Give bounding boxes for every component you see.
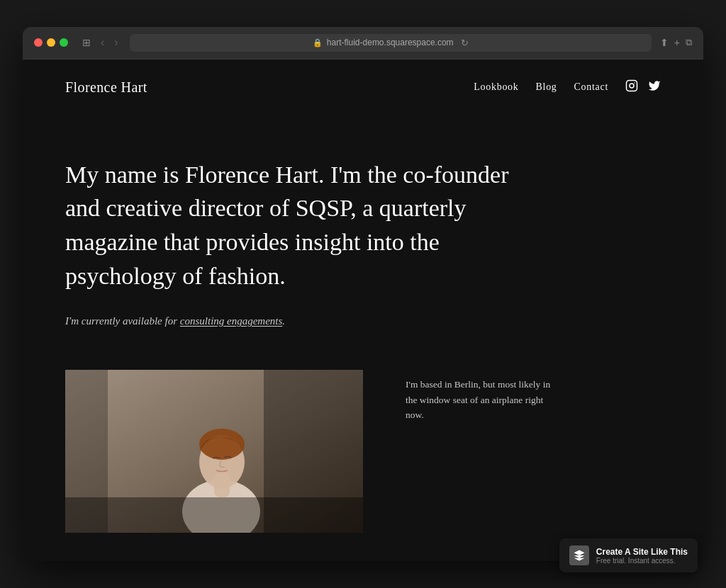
lock-icon: 🔒	[313, 38, 323, 47]
svg-rect-10	[65, 370, 108, 533]
duplicate-tab-icon[interactable]: ⧉	[686, 37, 692, 48]
svg-point-8	[199, 429, 245, 460]
back-icon[interactable]: ‹	[98, 35, 107, 50]
maximize-button[interactable]	[60, 38, 68, 47]
address-bar[interactable]: 🔒 hart-fluid-demo.squarespace.com ↻	[130, 34, 652, 52]
svg-point-2	[634, 82, 635, 84]
nav-blog[interactable]: Blog	[536, 81, 557, 93]
site-logo[interactable]: Florence Hart	[65, 79, 147, 96]
sqsp-badge-title: Create A Site Like This	[596, 547, 688, 557]
forward-icon[interactable]: ›	[111, 35, 121, 50]
svg-rect-9	[65, 497, 363, 533]
traffic-lights	[34, 38, 68, 47]
browser-controls: ⊞ ‹ ›	[79, 35, 121, 50]
sqsp-badge[interactable]: Create A Site Like This Free trial. Inst…	[559, 538, 698, 572]
reload-icon[interactable]: ↻	[461, 38, 469, 48]
availability-suffix: .	[282, 315, 285, 327]
availability-prefix: I'm currently available for	[65, 315, 180, 327]
twitter-icon[interactable]	[648, 79, 661, 95]
site-main: My name is Florence Hart. I'm the co-fou…	[23, 115, 703, 561]
url-text: hart-fluid-demo.squarespace.com	[327, 38, 454, 47]
consulting-link[interactable]: consulting engagements	[180, 315, 283, 327]
browser-window: ⊞ ‹ › 🔒 hart-fluid-demo.squarespace.com …	[23, 27, 703, 561]
sqsp-badge-text: Create A Site Like This Free trial. Inst…	[596, 547, 688, 565]
location-text: I'm based in Berlin, but most likely in …	[406, 370, 562, 423]
instagram-icon[interactable]	[625, 79, 638, 95]
add-tab-icon[interactable]: +	[674, 37, 680, 48]
availability-text: I'm currently available for consulting e…	[65, 315, 661, 327]
portrait-image	[65, 370, 363, 533]
site-header: Florence Hart Lookbook Blog Contact	[23, 60, 703, 115]
nav-contact[interactable]: Contact	[574, 81, 608, 93]
hero-text: My name is Florence Hart. I'm the co-fou…	[65, 158, 547, 293]
close-button[interactable]	[34, 38, 43, 47]
browser-chrome: ⊞ ‹ › 🔒 hart-fluid-demo.squarespace.com …	[23, 27, 703, 60]
sqsp-badge-subtitle: Free trial. Instant access.	[596, 557, 688, 565]
sidebar-toggle-icon[interactable]: ⊞	[79, 35, 94, 50]
nav-lookbook[interactable]: Lookbook	[474, 81, 518, 93]
minimize-button[interactable]	[47, 38, 55, 47]
svg-rect-0	[627, 81, 637, 91]
site-nav: Lookbook Blog Contact	[474, 79, 661, 95]
website-content: Florence Hart Lookbook Blog Contact	[23, 60, 703, 561]
content-row: I'm based in Berlin, but most likely in …	[65, 370, 661, 533]
social-icons	[625, 79, 661, 95]
svg-point-1	[630, 84, 634, 88]
browser-actions: ⬆ + ⧉	[660, 37, 692, 48]
sqsp-badge-icon	[569, 545, 589, 565]
share-icon[interactable]: ⬆	[660, 37, 669, 48]
